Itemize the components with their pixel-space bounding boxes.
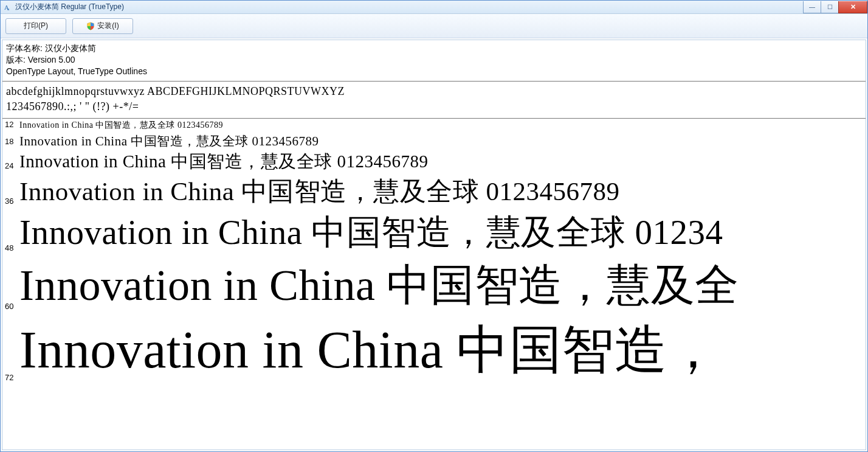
window-controls: — ☐ ✕	[804, 1, 867, 13]
sample-row-72: 72 Innovation in China 中国智造，	[2, 315, 866, 386]
font-name-label: 字体名称:	[6, 43, 45, 53]
font-name-row: 字体名称: 汉仪小麦体简	[6, 43, 862, 54]
install-label: 安装(I)	[97, 21, 119, 31]
glyph-line-alpha: abcdefghijklmnopqrstuvwxyz ABCDEFGHIJKLM…	[6, 84, 862, 99]
sample-text: Innovation in China 中国智造，慧及全球 0123456789	[19, 133, 319, 150]
sample-row-12: 12 Innovation in China 中国智造，慧及全球 0123456…	[2, 120, 866, 133]
install-button[interactable]: 安装(I)	[72, 18, 133, 34]
sample-row-48: 48 Innovation in China 中国智造，慧及全球 01234	[2, 209, 866, 256]
maximize-icon: ☐	[827, 4, 833, 10]
sample-row-18: 18 Innovation in China 中国智造，慧及全球 0123456…	[2, 133, 866, 150]
glyph-line-digits: 1234567890.:,; ' " (!?) +-*/=	[6, 99, 862, 114]
version-label: 版本:	[6, 55, 28, 64]
maximize-button[interactable]: ☐	[821, 1, 839, 13]
sample-text: Innovation in China 中国智造，慧及全球 0123456789	[19, 174, 619, 209]
version-row: 版本: Version 5.00	[6, 54, 862, 66]
size-label: 60	[2, 302, 19, 315]
print-label: 打印(P)	[24, 21, 48, 31]
sample-text: Innovation in China 中国智造，慧及全球 0123456789	[19, 150, 428, 174]
font-viewer-window: Aa 汉仪小麦体简 Regular (TrueType) — ☐ ✕ 打印(P)…	[0, 0, 868, 452]
app-icon: Aa	[3, 2, 13, 12]
size-label: 72	[2, 373, 19, 386]
sample-list: 12 Innovation in China 中国智造，慧及全球 0123456…	[2, 119, 866, 450]
close-button[interactable]: ✕	[838, 1, 867, 13]
sample-text: Innovation in China 中国智造，慧及全	[19, 256, 739, 315]
glyph-set: abcdefghijklmnopqrstuvwxyz ABCDEFGHIJKLM…	[2, 82, 866, 118]
toolbar: 打印(P) 安装(I)	[1, 14, 867, 38]
font-metadata: 字体名称: 汉仪小麦体简 版本: Version 5.00 OpenType L…	[2, 40, 866, 81]
content-area: 字体名称: 汉仪小麦体简 版本: Version 5.00 OpenType L…	[2, 40, 866, 450]
svg-text:a: a	[7, 7, 10, 12]
shield-icon	[86, 22, 95, 30]
version-value: Version 5.00	[28, 55, 75, 64]
sample-row-36: 36 Innovation in China 中国智造，慧及全球 0123456…	[2, 174, 866, 209]
layout-info: OpenType Layout, TrueType Outlines	[6, 66, 862, 77]
size-label: 48	[2, 243, 19, 256]
titlebar[interactable]: Aa 汉仪小麦体简 Regular (TrueType) — ☐ ✕	[1, 1, 867, 14]
sample-text: Innovation in China 中国智造，	[19, 315, 720, 386]
sample-text: Innovation in China 中国智造，慧及全球 01234	[19, 209, 723, 256]
size-label: 18	[2, 137, 19, 150]
window-title: 汉仪小麦体简 Regular (TrueType)	[15, 2, 804, 12]
print-button[interactable]: 打印(P)	[5, 18, 66, 34]
minimize-icon: —	[809, 4, 815, 10]
size-label: 12	[2, 120, 19, 133]
minimize-button[interactable]: —	[803, 1, 821, 13]
font-name-value: 汉仪小麦体简	[45, 43, 96, 53]
size-label: 36	[2, 196, 19, 209]
sample-row-24: 24 Innovation in China 中国智造，慧及全球 0123456…	[2, 150, 866, 174]
sample-text: Innovation in China 中国智造，慧及全球 0123456789	[19, 120, 223, 131]
close-icon: ✕	[850, 3, 856, 11]
size-label: 24	[2, 161, 19, 174]
sample-row-60: 60 Innovation in China 中国智造，慧及全	[2, 256, 866, 315]
